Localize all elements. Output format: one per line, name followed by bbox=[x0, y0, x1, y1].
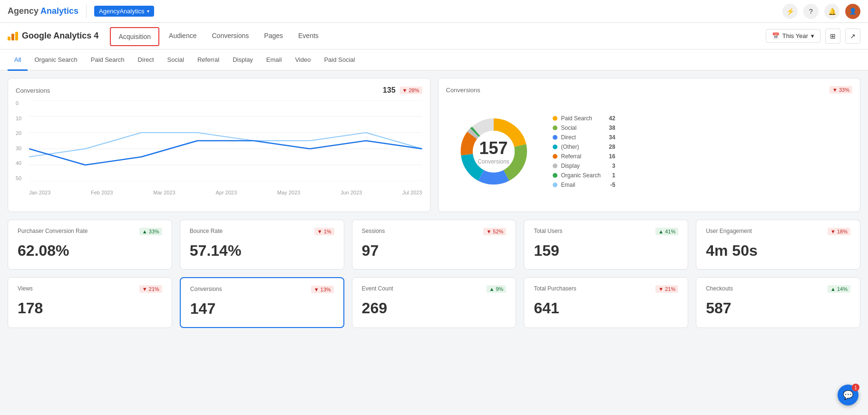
legend-value-email: -5 bbox=[603, 182, 615, 188]
legend-label-referral: Referral bbox=[561, 153, 582, 160]
tab-pages-label: Pages bbox=[264, 32, 283, 39]
avatar[interactable]: 👤 bbox=[845, 4, 860, 19]
legend-item-organic-search: Organic Search 1 bbox=[553, 172, 615, 179]
filter-tab-paid-social[interactable]: Paid Social bbox=[317, 50, 361, 71]
metric-value-views: 178 bbox=[18, 299, 162, 317]
legend-label-social: Social bbox=[561, 125, 577, 131]
agency-selector[interactable]: AgencyAnalytics ▾ bbox=[94, 6, 154, 17]
flash-icon: ⚡ bbox=[786, 8, 794, 15]
filter-tab-video[interactable]: Video bbox=[288, 50, 317, 71]
metric-label-checkouts: Checkouts bbox=[706, 285, 733, 292]
legend-value-display: 3 bbox=[605, 163, 615, 169]
legend-dot-social bbox=[553, 125, 557, 130]
metric-badge-conv: ▼ 13% bbox=[311, 286, 334, 293]
metric-card-total-purchasers: Total Purchasers ▼ 21% 641 bbox=[524, 277, 688, 328]
filter-tab-organic-search[interactable]: Organic Search bbox=[28, 50, 84, 71]
legend-item-display: Display 3 bbox=[553, 163, 615, 169]
filter-tab-referral[interactable]: Referral bbox=[191, 50, 226, 71]
legend-item-referral: Referral 16 bbox=[553, 153, 615, 160]
metric-value-tu: 159 bbox=[534, 242, 678, 260]
legend-dot-organic-search bbox=[553, 173, 557, 178]
second-nav-actions: 📅 This Year ▾ ⊞ ↗ bbox=[766, 29, 860, 44]
metric-badge-tu: ▲ 41% bbox=[655, 228, 678, 235]
metric-badge-br: ▼ 1% bbox=[314, 228, 334, 235]
metrics-row-1: Purchaser Conversion Rate ▲ 33% 62.08% B… bbox=[8, 220, 860, 270]
line-chart-title: Conversions bbox=[16, 87, 50, 94]
share-icon: ↗ bbox=[850, 32, 856, 40]
legend-value-other: 28 bbox=[601, 144, 615, 150]
legend-dot-referral bbox=[553, 154, 557, 159]
filter-tab-paid-search[interactable]: Paid Search bbox=[84, 50, 131, 71]
metric-header-pcr: Purchaser Conversion Rate ▲ 33% bbox=[18, 228, 162, 238]
tab-acquisition-label: Acquisition bbox=[118, 33, 151, 40]
metric-label-conv: Conversions bbox=[190, 286, 222, 292]
metric-value-tp: 641 bbox=[534, 299, 678, 317]
line-chart-change-badge: ▼ 28% bbox=[400, 87, 422, 94]
legend-label-direct: Direct bbox=[561, 134, 576, 141]
metric-card-purchaser-conversion-rate: Purchaser Conversion Rate ▲ 33% 62.08% bbox=[8, 220, 172, 270]
filter-tab-social[interactable]: Social bbox=[161, 50, 191, 71]
donut-section: 157 Conversions Paid Search 42 Social 38 bbox=[446, 99, 853, 204]
donut-chart-header: Conversions ▼ 33% bbox=[446, 86, 853, 94]
donut-chart-change-badge: ▼ 33% bbox=[829, 86, 852, 94]
filter-tab-direct[interactable]: Direct bbox=[131, 50, 161, 71]
legend-item-paid-search: Paid Search 42 bbox=[553, 115, 615, 122]
metric-card-bounce-rate: Bounce Rate ▼ 1% 57.14% bbox=[180, 220, 344, 270]
bell-icon-button[interactable]: 🔔 bbox=[824, 4, 839, 19]
filter-tab-all[interactable]: All bbox=[8, 50, 28, 71]
tab-audience[interactable]: Audience bbox=[161, 23, 204, 50]
metric-badge-pcr: ▲ 33% bbox=[139, 228, 162, 235]
nav-divider bbox=[86, 5, 87, 18]
metric-label-views: Views bbox=[18, 285, 33, 292]
main-content: Conversions 135 ▼ 28% 50 40 30 20 10 0 bbox=[0, 70, 868, 336]
calendar-icon: 📅 bbox=[772, 32, 780, 39]
main-nav-tabs: Acquisition Audience Conversions Pages E… bbox=[108, 23, 326, 49]
donut-value: 157 bbox=[478, 138, 509, 158]
legend-item-direct: Direct 34 bbox=[553, 134, 615, 141]
date-range-selector[interactable]: 📅 This Year ▾ bbox=[766, 29, 820, 43]
filter-tab-display[interactable]: Display bbox=[226, 50, 260, 71]
chart-svg-area bbox=[29, 100, 422, 181]
bell-icon: 🔔 bbox=[828, 8, 836, 15]
customize-button[interactable]: ⊞ bbox=[825, 29, 840, 44]
tab-pages[interactable]: Pages bbox=[256, 23, 291, 50]
metric-header-sessions: Sessions ▼ 52% bbox=[362, 228, 507, 238]
tab-audience-label: Audience bbox=[169, 32, 196, 39]
flash-icon-button[interactable]: ⚡ bbox=[782, 4, 798, 19]
legend-item-other: (Other) 28 bbox=[553, 144, 615, 150]
help-icon-button[interactable]: ? bbox=[803, 4, 819, 19]
legend-item-social: Social 38 bbox=[553, 125, 615, 131]
line-chart-svg bbox=[29, 100, 422, 181]
metric-card-event-count: Event Count ▲ 9% 269 bbox=[352, 277, 517, 328]
metric-label-pcr: Purchaser Conversion Rate bbox=[18, 228, 88, 234]
metric-badge-sessions: ▼ 52% bbox=[483, 228, 506, 235]
agency-name: AgencyAnalytics bbox=[99, 8, 144, 15]
legend-value-organic-search: 1 bbox=[605, 172, 615, 179]
ga-logo: Google Analytics 4 bbox=[8, 31, 98, 41]
share-button[interactable]: ↗ bbox=[845, 29, 860, 44]
x-axis-labels: Jan 2023 Feb 2023 Mar 2023 Apr 2023 May … bbox=[29, 190, 422, 195]
legend-value-direct: 34 bbox=[601, 134, 615, 141]
legend-label-email: Email bbox=[561, 182, 575, 188]
metric-card-sessions: Sessions ▼ 52% 97 bbox=[352, 220, 517, 270]
ga-logo-icon bbox=[8, 32, 18, 40]
legend-item-email: Email -5 bbox=[553, 182, 615, 188]
tab-acquisition[interactable]: Acquisition bbox=[110, 27, 159, 46]
metric-label-tu: Total Users bbox=[534, 228, 562, 234]
legend-value-paid-search: 42 bbox=[601, 115, 615, 122]
ga-bar-3 bbox=[15, 32, 18, 40]
metric-header-ue: User Engagement ▼ 18% bbox=[706, 228, 850, 238]
tab-conversions[interactable]: Conversions bbox=[204, 23, 256, 50]
legend-dot-paid-search bbox=[553, 116, 557, 121]
filter-tabs: All Organic Search Paid Search Direct So… bbox=[0, 49, 868, 70]
metric-card-conversions[interactable]: Conversions ▼ 13% 147 bbox=[180, 277, 344, 328]
second-navigation: Google Analytics 4 Acquisition Audience … bbox=[0, 23, 868, 49]
tab-events[interactable]: Events bbox=[291, 23, 326, 50]
metric-label-sessions: Sessions bbox=[362, 228, 385, 234]
legend-label-organic-search: Organic Search bbox=[561, 172, 601, 179]
filter-tab-email[interactable]: Email bbox=[260, 50, 289, 71]
legend-dot-display bbox=[553, 164, 557, 168]
metric-badge-tp: ▼ 21% bbox=[655, 285, 678, 293]
metric-value-br: 57.14% bbox=[190, 242, 334, 260]
metric-header-br: Bounce Rate ▼ 1% bbox=[190, 228, 334, 238]
